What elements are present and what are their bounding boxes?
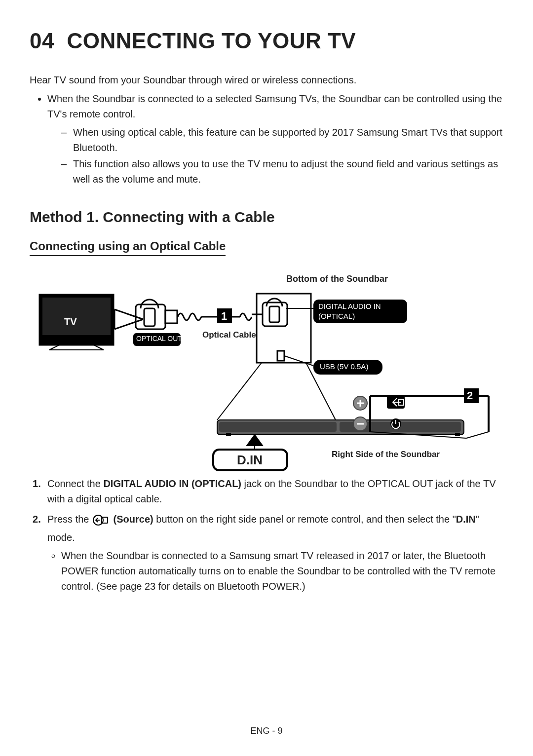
connection-diagram: Bottom of the Soundbar: [30, 274, 503, 471]
optical-out-label: OPTICAL OUT: [136, 335, 182, 342]
diagram-svg: [30, 274, 503, 471]
step-2: Press the (Source) button on the right s…: [47, 512, 503, 594]
svg-line-17: [217, 363, 262, 420]
bullet-remote-control: When the Soundbar is connected to a sele…: [47, 91, 503, 187]
svg-rect-5: [144, 308, 155, 326]
dash-tv-menu: This function also allows you to use the…: [61, 156, 503, 187]
intro-bullets: When the Soundbar is connected to a sele…: [30, 91, 503, 187]
manual-page: 04 CONNECTING TO YOUR TV Hear TV sound f…: [0, 0, 533, 756]
din-label: D.IN: [237, 453, 263, 468]
intro-text: Hear TV sound from your Soundbar through…: [30, 73, 503, 87]
step-2-note: When the Soundbar is connected to a Sams…: [61, 548, 503, 594]
svg-rect-15: [277, 351, 284, 361]
section-number: 04: [30, 29, 54, 53]
bold-source: (Source): [114, 514, 153, 525]
svg-rect-22: [226, 433, 231, 436]
step-2-sub: When the Soundbar is connected to a Sams…: [47, 548, 503, 594]
tv-label: TV: [64, 316, 77, 328]
bold-digital-audio: DIGITAL AUDIO IN (OPTICAL): [103, 478, 241, 489]
sub-bullets: When using optical cable, this feature c…: [47, 125, 503, 187]
optical-cable-label: Optical Cable: [202, 330, 256, 340]
step-2-marker: 2: [467, 389, 473, 402]
power-icon: [390, 418, 401, 429]
source-icon: [387, 396, 405, 409]
sub-title: Connecting using an Optical Cable: [30, 239, 226, 256]
step-1-marker: 1: [221, 310, 227, 323]
usb-label: USB (5V 0.5A): [320, 362, 368, 371]
svg-rect-12: [269, 306, 279, 322]
soundbar-body-icon: [217, 420, 464, 436]
instruction-steps: Connect the DIGITAL AUDIO IN (OPTICAL) j…: [30, 476, 503, 594]
method-title: Method 1. Connecting with a Cable: [30, 209, 503, 226]
source-button-icon: [93, 515, 110, 530]
svg-rect-20: [219, 422, 337, 432]
section-heading: CONNECTING TO YOUR TV: [67, 29, 356, 53]
svg-rect-23: [455, 433, 460, 436]
bold-din: D.IN: [456, 514, 476, 525]
digital-audio-in-label: DIGITAL AUDIO IN (OPTICAL): [318, 302, 402, 321]
svg-line-16: [284, 356, 313, 366]
page-footer: ENG - 9: [0, 726, 533, 736]
svg-rect-6: [165, 310, 177, 323]
section-title: 04 CONNECTING TO YOUR TV: [30, 29, 503, 53]
caption-right-side: Right Side of the Soundbar: [332, 450, 440, 459]
svg-line-41: [466, 432, 489, 438]
dash-optical-bt: When using optical cable, this feature c…: [61, 125, 503, 155]
step-1: Connect the DIGITAL AUDIO IN (OPTICAL) j…: [47, 476, 503, 507]
